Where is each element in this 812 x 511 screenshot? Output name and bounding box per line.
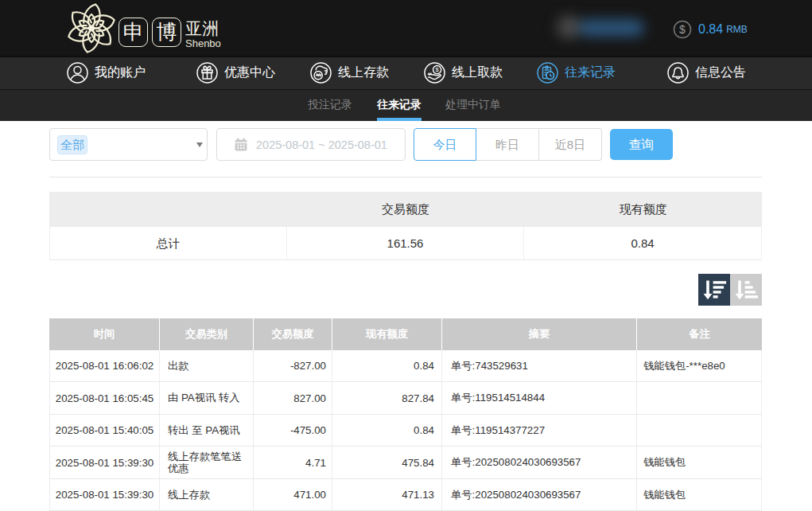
svg-text:$: $ xyxy=(436,66,440,73)
svg-text:$: $ xyxy=(679,23,686,36)
